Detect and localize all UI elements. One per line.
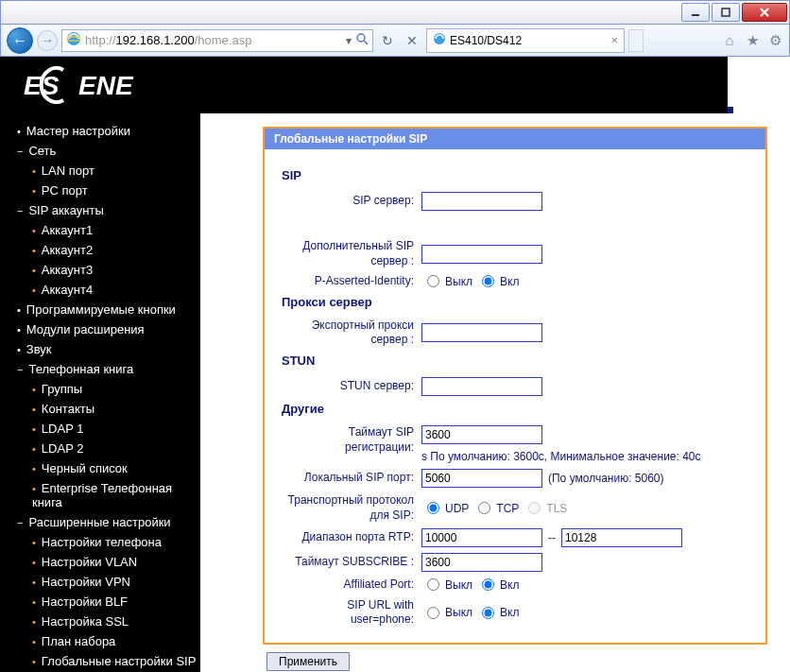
stop-button[interactable]: ✕: [402, 30, 422, 51]
export-proxy-label: Экспортный прокси сервер :: [282, 319, 421, 348]
address-bar[interactable]: http://192.168.1.200/home.asp ▾: [61, 29, 373, 52]
stun-server-input[interactable]: [421, 377, 542, 396]
nav-acc2[interactable]: Аккаунт2: [8, 240, 200, 260]
sip-url-on-label: Вкл: [500, 606, 519, 619]
transport-tls-label: TLS: [546, 502, 567, 515]
nav-blacklist[interactable]: Черный список: [8, 458, 200, 478]
secondary-sip-label: Дополнительный SIP сервер :: [282, 239, 421, 268]
nav-lan[interactable]: LAN порт: [8, 161, 200, 181]
tab-close-button[interactable]: ×: [610, 33, 618, 47]
nav-vpn[interactable]: Настройки VPN: [8, 572, 200, 592]
transport-label: Транспортный протокол для SIP:: [282, 493, 421, 523]
dropdown-icon[interactable]: ▾: [346, 34, 352, 47]
nav-pc[interactable]: PC порт: [8, 181, 200, 200]
aff-on-label: Вкл: [500, 578, 519, 592]
nav-phonebook[interactable]: Телефонная книга: [8, 359, 200, 379]
nav-sound[interactable]: Звук: [8, 339, 200, 359]
pai-off-label: Выкл: [445, 275, 472, 288]
pai-on-label: Вкл: [500, 275, 519, 288]
stun-server-label: STUN сервер:: [282, 379, 421, 394]
aff-on-radio[interactable]: [482, 578, 494, 591]
pai-on-radio[interactable]: [482, 275, 494, 287]
sip-url-off-radio[interactable]: [427, 607, 439, 619]
sip-server-input[interactable]: [421, 192, 542, 211]
nav-acc4[interactable]: Аккаунт4: [8, 280, 200, 300]
tools-icon[interactable]: ⚙: [766, 32, 783, 49]
transport-tls-radio: [528, 502, 541, 514]
browser-toolbar: ← → http://192.168.1.200/home.asp ▾ ↻ ✕ …: [0, 25, 790, 57]
page-content: ES ENE Мастер настройки Сеть LAN порт PC…: [0, 57, 790, 672]
nav-global-sip[interactable]: Глобальные настройки SIP: [8, 651, 200, 671]
nav-advanced[interactable]: Расширенные настройки: [8, 512, 200, 532]
pai-label: P-Asserted-Identity:: [282, 274, 421, 289]
search-icon[interactable]: [355, 32, 369, 48]
affiliated-port-label: Affiliated Port:: [282, 577, 421, 593]
secondary-sip-input[interactable]: [421, 245, 542, 264]
nav-dialplan[interactable]: План набора: [8, 631, 200, 651]
main-panel: Глобальные настройки SIP SIP SIP сервер:…: [200, 113, 790, 672]
section-proxy: Прокси сервер: [282, 295, 748, 309]
svg-text:ENE: ENE: [78, 71, 134, 100]
nav-acc1[interactable]: Аккаунт1: [8, 220, 200, 240]
svg-rect-1: [722, 9, 730, 16]
ie-icon: [66, 31, 81, 49]
nav-master[interactable]: Мастер настройки: [8, 121, 200, 141]
export-proxy-input[interactable]: [421, 323, 542, 342]
refresh-button[interactable]: ↻: [377, 30, 398, 51]
tab-title: ES410/DS412: [450, 34, 522, 47]
local-port-hint: (По умолчанию: 5060): [548, 472, 664, 485]
nav-blf[interactable]: Настройки BLF: [8, 592, 200, 612]
aff-off-radio[interactable]: [427, 578, 439, 591]
subscribe-timeout-input[interactable]: [421, 553, 542, 572]
url-text: http://192.168.1.200/home.asp: [85, 33, 342, 47]
logo: ES ENE: [0, 57, 728, 113]
sip-url-label: SIP URL with user=phone:: [282, 598, 421, 628]
local-port-input[interactable]: [421, 469, 542, 488]
aff-off-label: Выкл: [445, 578, 472, 592]
nav-phone-settings[interactable]: Настройки телефона: [8, 532, 200, 552]
rtp-sep: --: [548, 531, 556, 544]
reg-timeout-input[interactable]: [421, 425, 542, 444]
browser-tab[interactable]: ES410/DS412 ×: [426, 28, 625, 53]
back-button[interactable]: ←: [7, 27, 33, 54]
forward-button[interactable]: →: [37, 30, 58, 51]
nav-acc3[interactable]: Аккаунт3: [8, 260, 200, 280]
nav-menu: Мастер настройки Сеть LAN порт PC порт S…: [0, 113, 200, 671]
nav-ldap2[interactable]: LDAP 2: [8, 439, 200, 458]
reg-timeout-hint: s По умолчанию: 3600с, Минимальное значе…: [421, 450, 701, 463]
nav-ssl[interactable]: Настройка SSL: [8, 612, 200, 631]
subscribe-timeout-label: Таймаут SUBSCRIBE :: [282, 555, 421, 570]
nav-network[interactable]: Сеть: [8, 141, 200, 161]
apply-button[interactable]: Применить: [266, 652, 350, 671]
nav-ent-pb[interactable]: Enterprise Телефонная книга: [8, 478, 200, 512]
maximize-button[interactable]: [712, 3, 740, 22]
sip-url-on-radio[interactable]: [482, 607, 494, 619]
rtp-range-label: Диапазон порта RTP:: [282, 530, 421, 545]
panel-header: Глобальные настройки SIP: [265, 129, 765, 149]
rtp-to-input[interactable]: [561, 528, 682, 547]
sip-server-label: SIP сервер:: [282, 194, 421, 209]
nav-sip-accounts[interactable]: SIP аккаунты: [8, 200, 200, 220]
home-icon[interactable]: ⌂: [721, 32, 738, 49]
window-titlebar: [0, 0, 790, 25]
nav-exp-modules[interactable]: Модули расширения: [8, 319, 200, 339]
sidebar: ES ENE Мастер настройки Сеть LAN порт PC…: [0, 57, 200, 672]
local-port-label: Локальный SIP порт:: [282, 471, 421, 486]
nav-prog-keys[interactable]: Программируемые кнопки: [8, 300, 200, 319]
nav-contacts[interactable]: Контакты: [8, 399, 200, 419]
minimize-button[interactable]: [681, 3, 710, 22]
transport-tcp-label: TCP: [496, 502, 519, 515]
nav-ldap1[interactable]: LDAP 1: [8, 419, 200, 439]
close-button[interactable]: [742, 3, 787, 22]
favorites-icon[interactable]: ★: [744, 32, 761, 49]
nav-groups[interactable]: Группы: [8, 379, 200, 399]
nav-vlan[interactable]: Настройки VLAN: [8, 552, 200, 572]
transport-udp-label: UDP: [445, 502, 469, 515]
section-stun: STUN: [282, 353, 748, 368]
transport-udp-radio[interactable]: [427, 502, 439, 514]
transport-tcp-radio[interactable]: [478, 502, 490, 514]
rtp-from-input[interactable]: [421, 528, 542, 547]
pai-off-radio[interactable]: [427, 275, 439, 287]
svg-line-7: [364, 41, 368, 44]
new-tab-button[interactable]: [628, 29, 644, 52]
